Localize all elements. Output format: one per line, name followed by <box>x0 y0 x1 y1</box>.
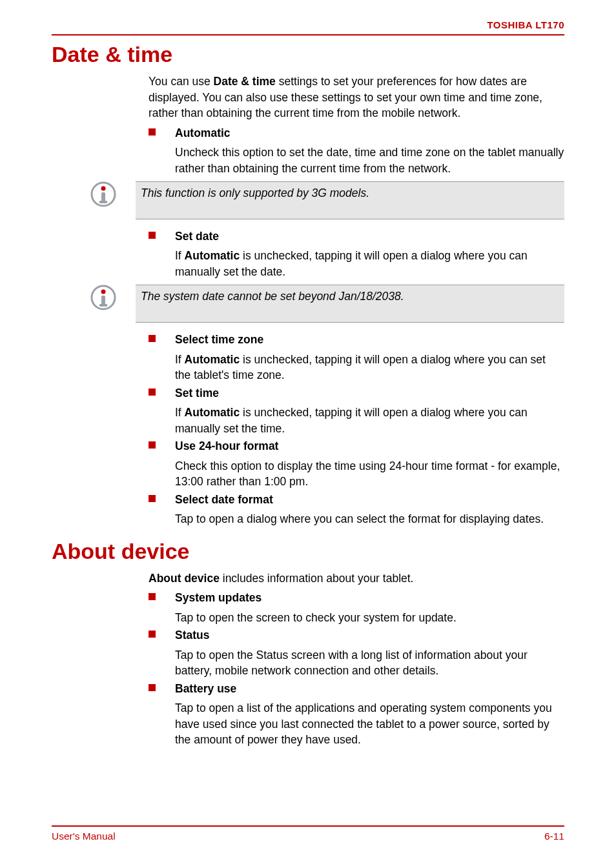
info-icon-svg <box>90 285 116 310</box>
bullet-icon <box>149 232 156 239</box>
section1-body-3: Select time zone If Automatic is uncheck… <box>149 332 564 527</box>
bullet-icon <box>149 684 156 691</box>
section-title-date-time: Date & time <box>52 42 564 67</box>
bullet-content: Battery use Tap to open a list of the ap… <box>175 681 564 748</box>
bullet-battery-use: Battery use Tap to open a list of the ap… <box>149 681 564 748</box>
bullet-set-date: Set date If Automatic is unchecked, tapp… <box>149 228 564 280</box>
svg-point-7 <box>101 290 106 294</box>
footer-line: User's Manual 6-11 <box>52 831 564 842</box>
info-icon <box>90 181 123 219</box>
desc-pre: If <box>175 406 185 419</box>
bullet-icon <box>149 389 156 396</box>
bullet-content: Select time zone If Automatic is uncheck… <box>175 332 564 383</box>
bullet-desc-status: Tap to open the Status screen with a lon… <box>175 647 564 679</box>
bullet-title-set-time: Set time <box>175 385 564 401</box>
info-icon-svg <box>90 181 116 207</box>
bullet-desc-battery-use: Tap to open a list of the applications a… <box>175 700 564 748</box>
bullet-desc-set-time: If Automatic is unchecked, tapping it wi… <box>175 405 564 436</box>
bullet-icon <box>149 441 156 449</box>
bullet-content: Automatic Uncheck this option to set the… <box>175 125 564 177</box>
section2-intro-post: includes information about your tablet. <box>220 572 414 585</box>
bullet-icon <box>149 593 156 600</box>
bullet-title-automatic: Automatic <box>175 125 564 141</box>
section2-intro-bold: About device <box>149 572 220 585</box>
header-product: TOSHIBA LT170 <box>52 19 564 30</box>
bullet-icon <box>149 631 156 638</box>
desc-pre: If <box>175 353 185 366</box>
svg-rect-6 <box>99 304 107 307</box>
bullet-icon <box>149 335 156 342</box>
bullet-select-timezone: Select time zone If Automatic is uncheck… <box>149 332 564 383</box>
note-body-3g: This function is only supported by 3G mo… <box>136 181 564 219</box>
bullet-desc-date-format: Tap to open a dialog where you can selec… <box>175 511 564 527</box>
svg-rect-2 <box>99 201 107 203</box>
svg-rect-5 <box>101 296 105 305</box>
bullet-system-updates: System updates Tap to open the screen to… <box>149 590 564 625</box>
bullet-desc-automatic: Uncheck this option to set the date, tim… <box>175 145 564 176</box>
intro-pre: You can use <box>149 75 214 88</box>
note-date-limit: The system date cannot be set beyond Jan… <box>52 285 564 323</box>
desc-bold: Automatic <box>185 249 240 262</box>
desc-pre: If <box>175 249 185 262</box>
bullet-title-status: Status <box>175 627 564 643</box>
bullet-title-system-updates: System updates <box>175 590 564 606</box>
bullet-24hour: Use 24-hour format Check this option to … <box>149 438 564 490</box>
bullet-title-24hour: Use 24-hour format <box>175 438 564 454</box>
bullet-automatic: Automatic Uncheck this option to set the… <box>149 125 564 177</box>
svg-rect-1 <box>101 192 105 201</box>
bullet-icon <box>149 495 156 502</box>
bullet-content: System updates Tap to open the screen to… <box>175 590 564 625</box>
bullet-desc-select-timezone: If Automatic is unchecked, tapping it wi… <box>175 352 564 383</box>
bullet-title-select-timezone: Select time zone <box>175 332 564 348</box>
header-rule <box>52 34 564 35</box>
note-3g: This function is only supported by 3G mo… <box>52 181 564 219</box>
bullet-set-time: Set time If Automatic is unchecked, tapp… <box>149 385 564 437</box>
svg-point-3 <box>101 187 106 191</box>
bullet-content: Use 24-hour format Check this option to … <box>175 438 564 490</box>
section1-intro: You can use Date & time settings to set … <box>149 74 564 121</box>
bullet-title-battery-use: Battery use <box>175 681 564 697</box>
bullet-content: Set date If Automatic is unchecked, tapp… <box>175 228 564 280</box>
bullet-content: Status Tap to open the Status screen wit… <box>175 627 564 679</box>
section1-body-2: Set date If Automatic is unchecked, tapp… <box>149 228 564 280</box>
bullet-desc-system-updates: Tap to open the screen to check your sys… <box>175 610 564 626</box>
bullet-desc-set-date: If Automatic is unchecked, tapping it wi… <box>175 248 564 279</box>
section1-body: You can use Date & time settings to set … <box>149 74 564 176</box>
section2-intro: About device includes information about … <box>149 570 564 587</box>
bullet-status: Status Tap to open the Status screen wit… <box>149 627 564 679</box>
bullet-content: Select date format Tap to open a dialog … <box>175 492 564 527</box>
bullet-content: Set time If Automatic is unchecked, tapp… <box>175 385 564 437</box>
footer-rule <box>52 825 564 827</box>
bullet-icon <box>149 128 156 136</box>
bullet-date-format: Select date format Tap to open a dialog … <box>149 492 564 527</box>
intro-bold: Date & time <box>214 75 276 88</box>
desc-bold: Automatic <box>185 406 240 419</box>
bullet-title-set-date: Set date <box>175 228 564 245</box>
desc-bold: Automatic <box>185 353 240 366</box>
note-body-date-limit: The system date cannot be set beyond Jan… <box>136 285 564 323</box>
section-title-about-device: About device <box>52 539 564 564</box>
footer-left: User's Manual <box>52 831 116 842</box>
section2-body: About device includes information about … <box>149 570 564 748</box>
bullet-title-date-format: Select date format <box>175 492 564 508</box>
bullet-desc-24hour: Check this option to display the time us… <box>175 458 564 490</box>
footer: User's Manual 6-11 <box>52 825 564 842</box>
info-icon <box>90 285 123 323</box>
footer-right: 6-11 <box>544 831 564 842</box>
